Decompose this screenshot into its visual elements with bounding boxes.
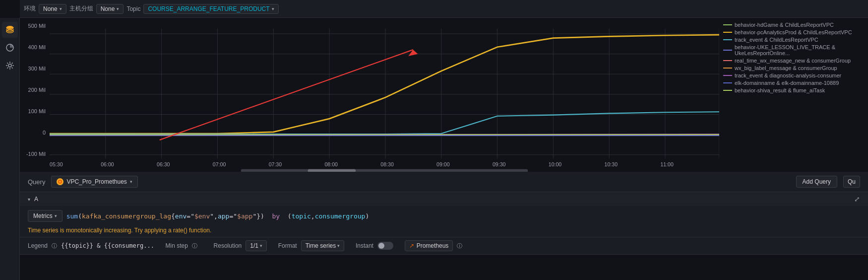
- collapse-arrow[interactable]: ▾: [28, 197, 30, 202]
- chart-main: 对应GroupID消息LAG: [50, 18, 719, 172]
- prometheus-icon: ↗: [409, 242, 414, 249]
- qe-func: sum: [66, 212, 78, 220]
- svg-text:09:30: 09:30: [493, 161, 506, 168]
- format-label: Format: [278, 242, 297, 249]
- resolution-value: 1/1: [250, 242, 258, 249]
- topic-dropdown[interactable]: COURSE_ARRANGE_FEATURE_PRODUCT ▾: [143, 4, 278, 14]
- legend-value: {{topic}} & {{consumerg...: [61, 242, 154, 249]
- query-section: Query VPC_Pro_Promethues ▾ Add Query Qu …: [20, 172, 868, 255]
- warning-row: Time series is monotonically increasing.…: [20, 226, 868, 237]
- host-label: 主机分组: [69, 4, 93, 13]
- resolution-button[interactable]: 1/1 ▾: [246, 240, 267, 251]
- svg-text:09:00: 09:00: [436, 161, 450, 168]
- prometheus-label: Prometheus: [417, 242, 449, 249]
- legend-item-6: wx_big_label_message & consumerGroup: [723, 65, 864, 71]
- legend-line-8: [723, 82, 732, 83]
- datasource-icon[interactable]: [2, 22, 18, 38]
- qe-val-env: $env: [194, 212, 210, 220]
- svg-rect-38: [241, 169, 528, 172]
- svg-text:11:00: 11:00: [660, 161, 674, 168]
- env-dropdown[interactable]: None ▾: [39, 4, 66, 14]
- sep-1: [158, 242, 162, 249]
- svg-text:07:00: 07:00: [213, 161, 226, 168]
- svg-text:06:00: 06:00: [101, 161, 114, 168]
- sep-2: [201, 242, 210, 249]
- add-query-button[interactable]: Add Query: [796, 176, 837, 188]
- format-button[interactable]: Time series ▾: [301, 240, 345, 251]
- datasource-icon-circle: [57, 178, 63, 185]
- toggle-thumb: [378, 243, 384, 249]
- chart-area: 500 Mil 400 Mil 300 Mil 200 Mil 100 Mil …: [20, 18, 868, 172]
- metrics-row: Metrics ▾ sum(kafka_consumergroup_lag{en…: [20, 206, 868, 226]
- chart-icon[interactable]: [2, 40, 18, 56]
- legend-item-4: behavior-UKE_LESSON_LIVE_TRACE & UkeLesR…: [723, 44, 864, 56]
- left-sidebar: [0, 18, 20, 280]
- metrics-button[interactable]: Metrics ▾: [28, 210, 62, 222]
- y-label-300: 300 Mil: [22, 66, 46, 71]
- qe-key-app: app: [218, 212, 229, 220]
- y-axis: 500 Mil 400 Mil 300 Mil 200 Mil 100 Mil …: [20, 18, 50, 172]
- expand-icon[interactable]: ⤢: [854, 195, 860, 203]
- legend-option-label: Legend: [28, 242, 48, 249]
- query-label: Query: [28, 178, 45, 186]
- chevron-down-icon-3: ▾: [272, 6, 274, 11]
- svg-text:06:30: 06:30: [157, 161, 170, 168]
- legend-item-5: real_time_wx_message_new & consumerGroup: [723, 58, 864, 64]
- svg-text:10:30: 10:30: [605, 161, 618, 168]
- env-label: 环境: [24, 4, 36, 13]
- instant-toggle[interactable]: [377, 242, 393, 250]
- chevron-down-icon-6: ▾: [260, 243, 262, 248]
- chart-svg: 05:30 06:00 06:30 07:00 07:30 08:00 08:3…: [50, 18, 719, 172]
- qe-group-2: consumergroup: [315, 212, 366, 220]
- qe-by: by: [272, 212, 280, 220]
- chevron-down-icon: ▾: [60, 6, 62, 11]
- svg-point-41: [59, 181, 61, 183]
- svg-point-0: [6, 26, 13, 29]
- chevron-down-icon-4: ▾: [130, 179, 132, 184]
- legend-line-4: [723, 50, 732, 51]
- chevron-down-icon-7: ▾: [337, 243, 340, 248]
- query-header: Query VPC_Pro_Promethues ▾ Add Query Qu: [20, 172, 868, 192]
- gear-icon[interactable]: [2, 58, 18, 73]
- y-label-0: 0: [22, 130, 46, 136]
- y-label-neg100: -100 Mil: [22, 151, 46, 157]
- bottom-options: Legend ⓘ {{topic}} & {{consumerg... Min …: [20, 237, 868, 254]
- legend-line-2: [723, 32, 732, 33]
- min-step-label: Min step: [166, 242, 188, 249]
- legend-line-5: [723, 60, 732, 61]
- legend-item-7: track_event & diagnostic-analysis-consum…: [723, 72, 864, 78]
- chart-legend: behavior-hdGame & ChildLesReportVPC beha…: [719, 18, 868, 172]
- host-dropdown[interactable]: None ▾: [96, 4, 124, 14]
- prometheus-info-icon[interactable]: ⓘ: [457, 242, 462, 250]
- query-expression: sum(kafka_consumergroup_lag{env="$env",a…: [66, 212, 370, 220]
- query-a-header: ▾ A ⤢: [20, 192, 868, 206]
- prometheus-button[interactable]: ↗ Prometheus: [405, 240, 453, 251]
- svg-text:07:30: 07:30: [269, 161, 282, 168]
- legend-item-9: behavior-shiva_result & flume_aiTask: [723, 87, 864, 93]
- legend-info-icon[interactable]: ⓘ: [52, 242, 57, 250]
- resolution-label: Resolution: [214, 242, 242, 249]
- y-label-500: 500 Mil: [22, 23, 46, 29]
- qe-val-app: $app: [237, 212, 252, 220]
- svg-point-3: [8, 64, 11, 67]
- query-a-section: ▾ A ⤢ Metrics ▾ sum(kafka_consumergroup_…: [20, 192, 868, 255]
- instant-label: Instant: [356, 242, 373, 249]
- datasource-name: VPC_Pro_Promethues: [66, 178, 126, 185]
- sep-3: [271, 242, 274, 249]
- query-more-button[interactable]: Qu: [843, 176, 860, 188]
- svg-text:10:00: 10:00: [549, 161, 562, 168]
- legend-line-7: [723, 75, 732, 76]
- y-label-100: 100 Mil: [22, 108, 46, 114]
- format-value: Time series: [306, 242, 336, 249]
- metrics-label: Metrics: [33, 212, 53, 219]
- datasource-button[interactable]: VPC_Pro_Promethues ▾: [51, 176, 137, 188]
- warning-text: Time series is monotonically increasing.…: [28, 227, 211, 234]
- chevron-down-icon-5: ▾: [55, 213, 57, 218]
- legend-item-1: behavior-hdGame & ChildLesReportVPC: [723, 22, 864, 28]
- qe-group: topic: [292, 212, 311, 220]
- legend-item-8: elk-domainname & elk-domainname-10889: [723, 80, 864, 86]
- min-step-info-icon[interactable]: ⓘ: [192, 242, 197, 250]
- legend-line-6: [723, 68, 732, 69]
- top-bar: 环境 None ▾ 主机分组 None ▾ Topic COURSE_ARRAN…: [20, 0, 868, 18]
- svg-rect-4: [50, 18, 719, 172]
